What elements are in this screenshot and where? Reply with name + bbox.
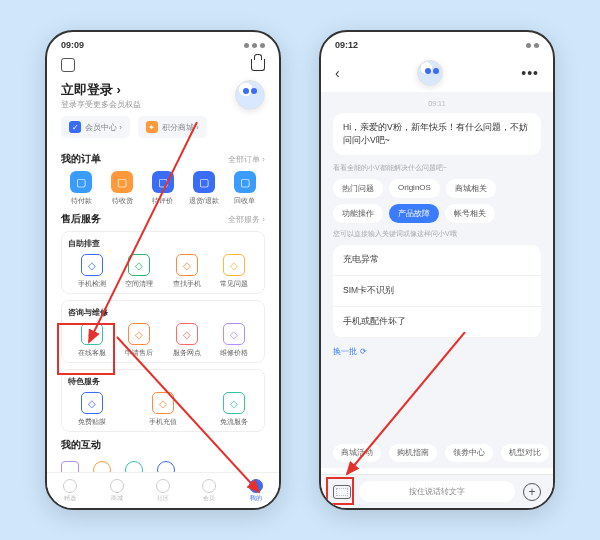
service-group: 咨询与维修◇在线客服◇申请售后◇服务网点◇维修价格 xyxy=(61,300,265,363)
input-bar: 按住说话转文字 + xyxy=(321,474,553,508)
category-hint: 看看全能的小V都能解决什么问题吧~ xyxy=(333,163,541,173)
tab-item[interactable]: 社区 xyxy=(156,479,170,503)
order-item[interactable]: ▢退货/退款 xyxy=(183,171,224,206)
more-icon[interactable]: ••• xyxy=(521,65,539,81)
quick-chip[interactable]: 商城活动 xyxy=(333,444,381,462)
chat-header: ‹ ••• xyxy=(321,54,553,92)
question-item[interactable]: 手机或配件坏了 xyxy=(333,307,541,338)
phone-right: 09:12 ‹ ••• 09:11 Hi，亲爱的V粉，新年快乐！有什么问题，不妨… xyxy=(319,30,555,510)
interact-section: 我的互动 xyxy=(47,438,279,452)
service-item[interactable]: ◇查找手机 xyxy=(163,254,211,289)
order-item[interactable]: ▢待收货 xyxy=(102,171,143,206)
status-icons xyxy=(526,40,539,50)
login-subtitle: 登录享受更多会员权益 xyxy=(61,99,141,110)
refresh-button[interactable]: 换一批 ⟳ xyxy=(333,346,541,357)
service-item[interactable]: ◇申请售后 xyxy=(116,323,164,358)
member-center-pill[interactable]: ✓会员中心 › xyxy=(61,116,130,138)
service-group: 特色服务◇免费贴膜◇手机充值◇免流服务 xyxy=(61,369,265,432)
orders-section: 我的订单全部订单 › ▢待付款▢待收货▢待评价▢退货/退款▢回收单 xyxy=(47,152,279,206)
header xyxy=(47,54,279,80)
avatar[interactable] xyxy=(235,80,265,110)
quick-chip[interactable]: 机型对比 xyxy=(501,444,549,462)
plus-icon[interactable]: + xyxy=(523,483,541,501)
status-bar: 09:09 xyxy=(47,32,279,54)
order-item[interactable]: ▢回收单 xyxy=(224,171,265,206)
phone-left: 09:09 立即登录 › 登录享受更多会员权益 ✓会员中心 › ✦积分商城 › … xyxy=(45,30,281,510)
category-chip[interactable]: OriginOS xyxy=(389,179,440,198)
service-group: 自助排查◇手机检测◇空间清理◇查找手机◇常见问题 xyxy=(61,231,265,294)
service-item[interactable]: ◇手机充值 xyxy=(139,392,187,427)
points-mall-pill[interactable]: ✦积分商城 › xyxy=(138,116,207,138)
status-time: 09:12 xyxy=(335,40,358,50)
service-item[interactable]: ◇手机检测 xyxy=(68,254,116,289)
status-icons xyxy=(244,40,265,50)
pill-row: ✓会员中心 › ✦积分商城 › xyxy=(47,116,279,146)
order-item[interactable]: ▢待评价 xyxy=(143,171,184,206)
keyboard-icon[interactable] xyxy=(333,485,351,499)
service-item[interactable]: ◇免费贴膜 xyxy=(68,392,116,427)
aftersale-title: 售后服务 xyxy=(61,212,101,226)
category-chip[interactable]: 商城相关 xyxy=(446,179,496,198)
tab-item[interactable]: 我的 xyxy=(249,479,263,503)
service-item[interactable]: ◇维修价格 xyxy=(211,323,259,358)
tab-item[interactable]: 商城 xyxy=(110,479,124,503)
status-time: 09:09 xyxy=(61,40,84,50)
bottom-chips: 商城活动购机指南领券中心机型对比以 xyxy=(321,444,553,462)
bot-avatar xyxy=(417,60,443,86)
question-list: 充电异常SIM卡不识别手机或配件坏了 xyxy=(333,245,541,338)
orders-title: 我的订单 xyxy=(61,152,101,166)
chat-time: 09:11 xyxy=(333,100,541,107)
category-chip[interactable]: 功能操作 xyxy=(333,204,383,223)
question-item[interactable]: SIM卡不识别 xyxy=(333,276,541,307)
service-item[interactable]: ◇常见问题 xyxy=(211,254,259,289)
category-chip[interactable]: 热门问题 xyxy=(333,179,383,198)
tab-item[interactable]: 会员 xyxy=(202,479,216,503)
service-item[interactable]: ◇在线客服 xyxy=(68,323,116,358)
service-item[interactable]: ◇免流服务 xyxy=(211,392,259,427)
settings-icon[interactable] xyxy=(61,58,75,72)
voice-input[interactable]: 按住说话转文字 xyxy=(359,481,515,502)
interact-title: 我的互动 xyxy=(61,438,101,452)
login-button[interactable]: 立即登录 › xyxy=(61,81,141,99)
back-icon[interactable]: ‹ xyxy=(335,65,340,81)
tab-item[interactable]: 精选 xyxy=(63,479,77,503)
cart-icon[interactable] xyxy=(251,59,265,71)
quick-chip[interactable]: 购机指南 xyxy=(389,444,437,462)
service-item[interactable]: ◇空间清理 xyxy=(116,254,164,289)
tab-bar: 精选商城社区会员我的 xyxy=(47,472,279,508)
question-item[interactable]: 充电异常 xyxy=(333,245,541,276)
orders-more[interactable]: 全部订单 › xyxy=(228,154,265,165)
category-chips: 热门问题OriginOS商城相关功能操作产品故障帐号相关 xyxy=(333,179,541,223)
greeting-bubble: Hi，亲爱的V粉，新年快乐！有什么问题，不妨问问小V吧~ xyxy=(333,113,541,155)
service-item[interactable]: ◇服务网点 xyxy=(163,323,211,358)
status-bar: 09:12 xyxy=(321,32,553,54)
aftersale-more[interactable]: 全部服务 › xyxy=(228,214,265,225)
login-row: 立即登录 › 登录享受更多会员权益 xyxy=(47,80,279,116)
category-chip[interactable]: 帐号相关 xyxy=(445,204,495,223)
order-item[interactable]: ▢待付款 xyxy=(61,171,102,206)
question-hint: 您可以直接输入关键词或像这样问小V哦 xyxy=(333,229,541,239)
aftersale-section: 售后服务全部服务 › 自助排查◇手机检测◇空间清理◇查找手机◇常见问题咨询与维修… xyxy=(47,212,279,432)
chat-content: 09:11 Hi，亲爱的V粉，新年快乐！有什么问题，不妨问问小V吧~ 看看全能的… xyxy=(321,92,553,468)
category-chip[interactable]: 产品故障 xyxy=(389,204,439,223)
quick-chip[interactable]: 领券中心 xyxy=(445,444,493,462)
